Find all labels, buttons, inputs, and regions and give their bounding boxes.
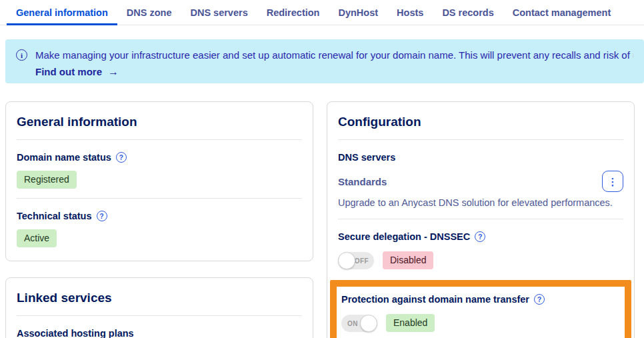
banner-text: Make managing your infrastructure easier… [35, 47, 633, 79]
dns-servers-text: DNS servers [338, 151, 395, 164]
help-icon[interactable]: ? [475, 231, 485, 242]
card-title-general-information: General information [17, 114, 302, 130]
left-column: General information Domain name status ?… [5, 101, 313, 338]
domain-name-status-badge: Registered [17, 171, 77, 189]
card-title-linked-services: Linked services [17, 290, 302, 306]
dnssec-toggle[interactable]: OFF [338, 252, 374, 269]
card-title-configuration: Configuration [338, 114, 623, 130]
transfer-protection-status-badge: Enabled [386, 314, 435, 332]
dns-options-button[interactable]: ⋮ [602, 171, 623, 192]
transfer-protection-label-row: Protection against domain name transfer … [341, 293, 618, 306]
dnssec-status-badge: Disabled [383, 251, 433, 269]
transfer-protection-label: Protection against domain name transfer [341, 293, 529, 306]
divider [17, 198, 302, 199]
tab-dns-servers[interactable]: DNS servers [181, 0, 257, 25]
help-icon[interactable]: ? [534, 294, 545, 305]
arrow-right-icon: → [108, 64, 119, 79]
domain-name-status-label-row: Domain name status ? [17, 151, 302, 164]
linked-services-card: Linked services Associated hosting plans… [5, 277, 313, 338]
divider [17, 315, 302, 316]
help-icon[interactable]: ? [116, 152, 127, 163]
tab-dynhost[interactable]: DynHost [329, 0, 387, 25]
cards-layout: General information Domain name status ?… [5, 101, 635, 338]
tab-hosts[interactable]: Hosts [387, 0, 433, 25]
general-information-card: General information Domain name status ?… [5, 101, 313, 261]
help-icon[interactable]: ? [97, 211, 107, 221]
divider [17, 139, 302, 140]
dnssec-label-row: Secure delegation - DNSSEC ? [338, 230, 623, 243]
toggle-knob [338, 252, 355, 269]
find-out-more-label: Find out more [35, 64, 102, 79]
toggle-knob [360, 315, 377, 332]
tab-ds-records[interactable]: DS records [433, 0, 503, 25]
configuration-card: Configuration DNS servers Standards ⋮ Up… [327, 101, 635, 338]
domain-name-status-label: Domain name status [17, 151, 111, 164]
associated-hosting-plans-label: Associated hosting plans [17, 327, 302, 338]
transfer-protection-highlight: Protection against domain name transfer … [330, 280, 631, 338]
transfer-toggle-state-label: ON [347, 319, 358, 327]
transfer-protection-toggle-row: ON Enabled [341, 314, 618, 332]
right-column: Configuration DNS servers Standards ⋮ Up… [327, 101, 635, 338]
dns-type-value: Standards [338, 176, 387, 187]
technical-status-badge: Active [17, 229, 57, 247]
auto-renewal-info-banner: i Make managing your infrastructure easi… [5, 39, 644, 83]
dnssec-toggle-state-label: OFF [355, 257, 369, 264]
tab-contact-management[interactable]: Contact management [503, 0, 620, 25]
associated-hosting-plans-text: Associated hosting plans [17, 327, 134, 338]
dns-servers-label: DNS servers [338, 151, 623, 164]
dnssec-label: Secure delegation - DNSSEC [338, 230, 470, 243]
tab-redirection[interactable]: Redirection [257, 0, 329, 25]
tab-general-information[interactable]: General information [7, 0, 117, 25]
technical-status-label-row: Technical status ? [17, 209, 302, 223]
info-icon: i [16, 49, 27, 61]
transfer-protection-toggle[interactable]: ON [341, 315, 377, 332]
banner-message: Make managing your infrastructure easier… [35, 47, 633, 63]
dns-type-row: Standards ⋮ [338, 171, 623, 192]
find-out-more-link[interactable]: Find out more → [35, 64, 119, 79]
domain-tab-bar: General information DNS zone DNS servers… [0, 0, 644, 25]
dnssec-toggle-row: OFF Disabled [338, 251, 623, 269]
divider [338, 219, 623, 219]
anycast-upsell-text: Upgrade to an Anycast DNS solution for e… [338, 196, 623, 209]
divider [338, 139, 623, 140]
technical-status-label: Technical status [17, 209, 92, 223]
tab-dns-zone[interactable]: DNS zone [117, 0, 181, 25]
